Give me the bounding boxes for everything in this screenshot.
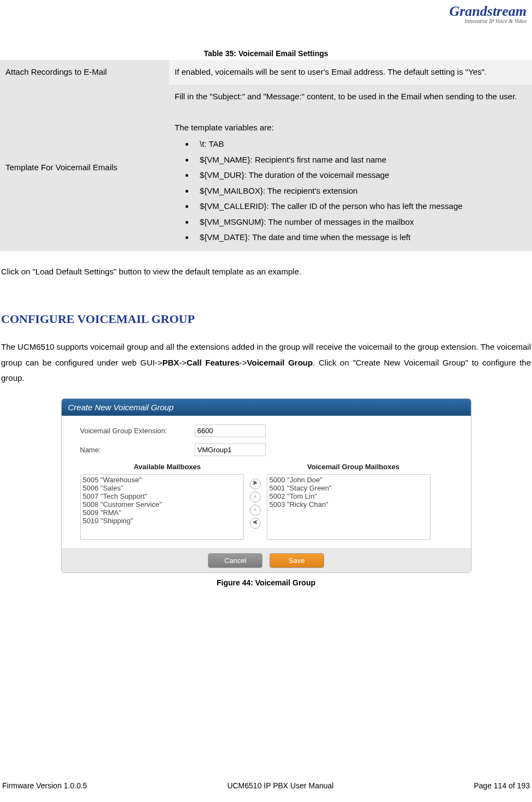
after-table-text: Click on "Load Default Settings" button … [0,264,532,280]
section-paragraph: The UCM6510 supports voicemail group and… [0,339,532,386]
form-row-name: Name: [80,444,452,456]
settings-table: Attach Recordings to E-Mail If enabled, … [0,60,532,251]
footer-page-number: Page 114 of 193 [474,781,530,790]
table-caption: Table 35: Voicemail Email Settings [0,49,532,58]
page-footer: Firmware Version 1.0.0.5 UCM6510 IP PBX … [0,781,532,790]
list-item[interactable]: 5000 "John Doe" [270,476,428,484]
setting-label: Template For Voicemail Emails [0,85,169,251]
list-item: ${VM_NAME}: Recipient's first name and l… [194,152,527,168]
list-item[interactable]: 5009 "RMA" [83,508,241,517]
list-item[interactable]: 5008 "Customer Service" [83,500,241,508]
dialog-title: Create New Voicemail Group [62,399,471,416]
dialog-footer: Cancel Save [62,548,471,572]
cancel-button[interactable]: Cancel [208,553,262,568]
list-item[interactable]: 5001 "Stacy Green" [270,484,428,492]
group-mailboxes-list[interactable]: 5000 "John Doe" 5001 "Stacy Green" 5002 … [267,474,431,540]
list-item: ${VM_CALLERID}: The caller ID of the per… [194,199,527,214]
available-mailboxes-list[interactable]: 5005 "Warehouse" 5006 "Sales" 5007 "Tech… [80,474,244,540]
list-headers: Available Mailboxes Voicemail Group Mail… [80,463,452,471]
footer-firmware: Firmware Version 1.0.0.5 [2,781,87,790]
para-bold: Voicemail Group [247,358,313,367]
create-voicemail-group-dialog: Create New Voicemail Group Voicemail Gro… [61,398,471,573]
move-right-button[interactable]: › [250,492,261,502]
para-text: -> [240,358,247,367]
save-button[interactable]: Save [270,553,324,568]
name-label: Name: [80,446,195,454]
move-all-left-button[interactable]: ⮜ [250,518,261,529]
list-item: ${VM_DATE}: The date and time when the m… [194,230,527,246]
list-item[interactable]: 5005 "Warehouse" [83,476,241,484]
move-all-right-button[interactable]: ⮞ [250,478,261,489]
list-item: ${VM_MAILBOX}: The recipient's extension [194,183,527,199]
template-vars-heading: The template variables are: [175,120,527,136]
para-bold: Call Features [187,358,240,367]
list-item: ${VM_DUR}: The duration of the voicemail… [194,167,527,183]
brand-logo: Grandstream Innovative IP Voice & Video [449,4,527,24]
list-item[interactable]: 5010 "Shipping" [83,517,241,525]
extension-input[interactable] [195,424,266,437]
name-input[interactable] [195,444,266,456]
list-item[interactable]: 5006 "Sales" [83,484,241,492]
transfer-buttons: ⮞ › ‹ ⮜ [244,474,267,540]
group-mailboxes-header: Voicemail Group Mailboxes [255,463,452,471]
table-row: Attach Recordings to E-Mail If enabled, … [0,60,532,85]
section-heading: CONFIGURE VOICEMAIL GROUP [0,312,532,326]
list-item[interactable]: 5003 "Ricky Chan" [270,500,428,508]
list-item: \t: TAB [194,136,527,152]
list-item: ${VM_MSGNUM}: The number of messages in … [194,214,527,230]
list-item[interactable]: 5002 "Tom Lin" [270,492,428,500]
setting-label: Attach Recordings to E-Mail [0,60,169,85]
extension-label: Voicemail Group Extension: [80,427,195,435]
template-intro: Fill in the "Subject:" and "Message:" co… [175,89,527,105]
table-row: Template For Voicemail Emails Fill in th… [0,85,532,251]
setting-desc: Fill in the "Subject:" and "Message:" co… [169,85,532,251]
list-item[interactable]: 5007 "Tech Support" [83,492,241,500]
logo-main-text: Grandstream [449,3,527,19]
form-row-extension: Voicemail Group Extension: [80,424,452,437]
footer-manual-title: UCM6510 IP PBX User Manual [227,781,333,790]
available-mailboxes-header: Available Mailboxes [80,463,255,471]
logo-sub-text: Innovative IP Voice & Video [449,19,527,24]
para-text: -> [179,358,187,367]
para-bold: PBX [163,358,180,367]
figure-caption: Figure 44: Voicemail Group [0,578,532,587]
setting-desc: If enabled, voicemails will be sent to u… [169,60,532,85]
move-left-button[interactable]: ‹ [250,505,261,516]
template-vars-list: \t: TAB ${VM_NAME}: Recipient's first na… [175,136,527,246]
